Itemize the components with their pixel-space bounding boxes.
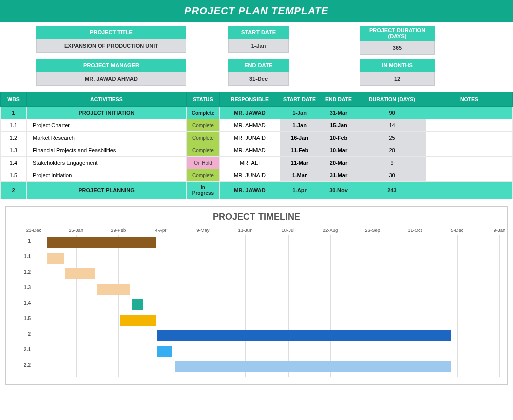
cell-activity: Stakeholders Engagement [27, 157, 187, 169]
meta-duration-header: PROJECT DURATION (DAYS) [360, 26, 435, 41]
gantt-bar [97, 284, 131, 295]
col-end-date: END DATE [319, 92, 358, 107]
meta-start-date-header: START DATE [228, 26, 289, 39]
cell-responsible: MR. JUNAID [220, 169, 280, 182]
cell-end-date: 10-Feb [319, 132, 358, 144]
gantt-row: 2 [34, 328, 498, 344]
gantt-bar [65, 268, 95, 279]
cell-end-date: 15-Jan [319, 119, 358, 132]
table-row: 1.2Market ResearchCompleteMR. JUNAID16-J… [1, 132, 513, 144]
cell-activity: Market Research [27, 132, 187, 144]
gantt-x-tick: 18-Jul [282, 227, 295, 233]
cell-notes [426, 169, 513, 182]
timeline-title: PROJECT TIMELINE [13, 212, 500, 222]
gantt-chart: 21-Dec25-Jan29-Feb4-Apr9-May13-Jun18-Jul… [13, 227, 498, 377]
cell-status: Complete [187, 132, 220, 144]
cell-responsible: MR. ALI [220, 157, 280, 169]
cell-wbs: 1.2 [1, 132, 27, 144]
gantt-row: 1.1 [34, 251, 498, 266]
cell-status: Complete [187, 119, 220, 132]
gantt-y-label: 1.2 [15, 269, 31, 275]
cell-responsible: MR. JAWAD [220, 182, 280, 199]
gantt-row: 2.2 [34, 359, 498, 375]
cell-end-date: 10-Mar [319, 144, 358, 157]
cell-status: On Hold [187, 157, 220, 169]
cell-wbs: 1 [1, 107, 27, 119]
gantt-x-tick: 4-Apr [155, 227, 166, 233]
gantt-y-label: 1.4 [15, 300, 31, 306]
cell-end-date: 20-Mar [319, 157, 358, 169]
meta-section: PROJECT TITLE EXPANSION OF PRODUCTION UN… [0, 22, 513, 92]
cell-start-date: 11-Mar [280, 157, 319, 169]
gantt-x-tick: 13-Jun [238, 227, 252, 233]
cell-responsible: MR. AHMAD [220, 119, 280, 132]
meta-project-title-value: EXPANSION OF PRODUCTION UNIT [36, 39, 186, 53]
table-row: 1PROJECT INITIATIONCompleteMR. JAWAD1-Ja… [1, 107, 513, 119]
gantt-bar [47, 237, 156, 248]
gantt-row: 1.4 [34, 297, 498, 313]
cell-start-date: 1-Jan [280, 119, 319, 132]
cell-status: Complete [187, 107, 220, 119]
cell-responsible: MR. JUNAID [220, 132, 280, 144]
cell-wbs: 2 [1, 182, 27, 199]
meta-manager-value: MR. JAWAD AHMAD [36, 72, 186, 86]
gantt-bar [132, 299, 143, 310]
table-row: 1.3Financial Projects and FeasbilitiesCo… [1, 144, 513, 157]
cell-start-date: 1-Apr [280, 182, 319, 199]
gantt-y-label: 1.3 [15, 285, 31, 290]
gantt-row: 1.3 [34, 282, 498, 297]
cell-duration: 14 [358, 119, 426, 132]
gantt-row: 1.2 [34, 266, 498, 282]
meta-manager-header: PROJECT MANAGER [36, 59, 186, 72]
gantt-x-tick: 5-Dec [451, 227, 463, 233]
cell-notes [426, 144, 513, 157]
meta-start-date-value: 1-Jan [228, 39, 289, 53]
table-header-row: WBS ACTIVITIESS STATUS RESPONSIBLE START… [1, 92, 513, 107]
gantt-row: 1.5 [34, 313, 498, 328]
gantt-bar [175, 361, 451, 372]
cell-activity: Project Charter [27, 119, 187, 132]
meta-end-date-value: 31-Dec [228, 72, 289, 86]
gantt-y-label: 2.1 [15, 347, 31, 352]
cell-activity: PROJECT INITIATION [27, 107, 187, 119]
gantt-y-label: 2.2 [15, 362, 31, 368]
cell-notes [426, 157, 513, 169]
gantt-bar [47, 253, 64, 264]
meta-months-header: IN MONTHS [360, 59, 435, 72]
col-duration: DURATION (DAYS) [358, 92, 426, 107]
col-status: STATUS [187, 92, 220, 107]
meta-end-date-header: END DATE [228, 59, 289, 72]
cell-duration: 25 [358, 132, 426, 144]
cell-end-date: 30-Nov [319, 182, 358, 199]
cell-notes [426, 182, 513, 199]
cell-wbs: 1.4 [1, 157, 27, 169]
cell-duration: 28 [358, 144, 426, 157]
meta-months-value: 12 [360, 72, 435, 86]
gantt-row: 1 [34, 235, 498, 251]
col-start-date: START DATE [280, 92, 319, 107]
cell-duration: 9 [358, 157, 426, 169]
gantt-x-tick: 31-Oct [408, 227, 422, 233]
table-row: 1.4Stakeholders EngagementOn HoldMR. ALI… [1, 157, 513, 169]
cell-wbs: 1.5 [1, 169, 27, 182]
col-wbs: WBS [1, 92, 27, 107]
gantt-y-label: 1 [15, 238, 31, 244]
cell-start-date: 1-Mar [280, 169, 319, 182]
gantt-bar [157, 346, 172, 357]
activities-table: WBS ACTIVITIESS STATUS RESPONSIBLE START… [0, 92, 513, 199]
gantt-x-tick: 9-Jan [494, 227, 506, 233]
meta-project-title-header: PROJECT TITLE [36, 26, 186, 39]
col-activities: ACTIVITIESS [27, 92, 187, 107]
cell-start-date: 16-Jan [280, 132, 319, 144]
cell-duration: 90 [358, 107, 426, 119]
gantt-y-label: 1.1 [15, 254, 31, 259]
cell-duration: 243 [358, 182, 426, 199]
cell-status: In Progress [187, 182, 220, 199]
cell-wbs: 1.3 [1, 144, 27, 157]
gantt-bar [120, 315, 156, 326]
table-row: 1.5Project InitiationCompleteMR. JUNAID1… [1, 169, 513, 182]
gantt-x-tick: 9-May [196, 227, 209, 233]
cell-notes [426, 119, 513, 132]
gantt-bar [157, 330, 451, 341]
cell-start-date: 11-Feb [280, 144, 319, 157]
